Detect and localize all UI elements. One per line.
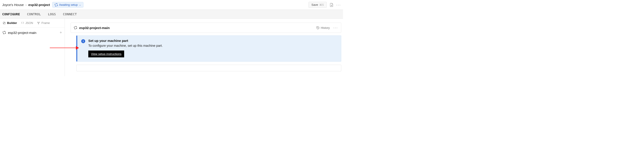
status-label: Awaiting setup — [59, 3, 78, 7]
tab-connect[interactable]: CONNECT — [63, 13, 77, 16]
side-tab-json-label: JSON — [26, 21, 33, 25]
sidebar-project-name: esp32-project-main — [8, 31, 36, 35]
save-label: Save — [312, 3, 318, 7]
breadcrumb: Joyce's House › esp32-project — [2, 3, 50, 7]
document-icon[interactable] — [329, 3, 334, 7]
sidebar-project-row[interactable]: esp32-project-main + — [0, 28, 64, 38]
chevron-down-icon: ⌄ — [79, 3, 81, 6]
panel-title: esp32-project-main — [79, 26, 110, 30]
spinner-icon — [3, 31, 6, 34]
add-button[interactable]: + — [60, 30, 62, 35]
info-icon: i — [81, 39, 85, 43]
status-pill[interactable]: Awaiting setup ⌄ — [52, 2, 84, 8]
side-tab-frame-label: Frame — [42, 21, 50, 25]
sidebar: Builder JSON Frame esp32-project-main — [0, 19, 65, 76]
tab-logs[interactable]: LOGS — [48, 13, 56, 16]
banner-text: To configure your machine, set up this m… — [88, 44, 163, 47]
main-tabs: CONFIGURE CONTROL LOGS CONNECT — [0, 10, 343, 19]
side-tab-builder-label: Builder — [7, 21, 17, 25]
side-tab-frame[interactable]: Frame — [37, 21, 50, 25]
history-button[interactable]: History — [316, 26, 330, 30]
history-icon — [316, 26, 320, 30]
more-menu-button[interactable]: ··· — [336, 3, 341, 7]
spinner-icon — [74, 26, 77, 29]
history-label: History — [321, 26, 330, 30]
ellipsis-icon: ··· — [336, 3, 341, 7]
setup-banner: i Set up your machine part To configure … — [76, 36, 341, 62]
main-panel: esp32-project-main History ··· — [70, 23, 341, 33]
tab-control[interactable]: CONTROL — [27, 13, 41, 16]
side-tab-json[interactable]: JSON — [21, 21, 33, 25]
side-tab-builder[interactable]: Builder — [3, 21, 17, 25]
view-setup-button[interactable]: View setup instructions — [88, 51, 124, 57]
save-button[interactable]: Save ⌘S — [308, 2, 327, 8]
save-shortcut: ⌘S — [319, 3, 324, 7]
empty-drop-zone[interactable] — [76, 65, 341, 71]
tab-configure[interactable]: CONFIGURE — [2, 13, 20, 16]
spinner-icon — [55, 3, 58, 7]
breadcrumb-location[interactable]: Joyce's House — [2, 3, 24, 7]
breadcrumb-project[interactable]: esp32-project — [28, 3, 50, 7]
panel-more-button[interactable]: ··· — [333, 26, 338, 30]
chevron-right-icon: › — [26, 3, 26, 7]
banner-title: Set up your machine part — [88, 39, 163, 43]
